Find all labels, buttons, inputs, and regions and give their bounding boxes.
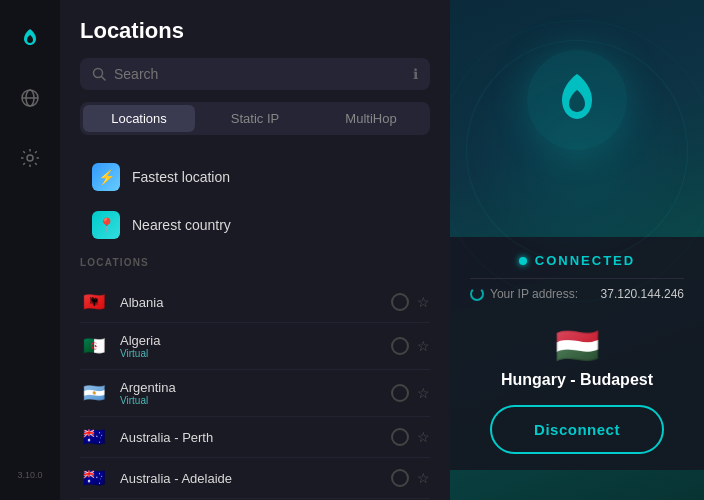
- ip-label: Your IP address:: [470, 287, 578, 301]
- fastest-location-item[interactable]: ⚡ Fastest location: [80, 153, 430, 201]
- location-name: Albania: [120, 295, 379, 310]
- connected-card: CONNECTED Your IP address: 37.120.144.24…: [450, 237, 704, 470]
- surfshark-logo-svg: [552, 70, 602, 130]
- disconnect-button[interactable]: Disconnect: [490, 405, 664, 454]
- search-input[interactable]: [114, 66, 413, 82]
- favorite-star[interactable]: ☆: [417, 470, 430, 486]
- svg-line-5: [102, 77, 106, 81]
- quick-connect-section: ⚡ Fastest location 📍 Nearest country: [60, 145, 450, 257]
- nearest-country-label: Nearest country: [132, 217, 231, 233]
- select-radio[interactable]: [391, 337, 409, 355]
- location-name: Australia - Adelaide: [120, 471, 379, 486]
- logo-circle: [527, 50, 627, 150]
- left-panel: Locations ℹ Locations Static IP MultiHop…: [60, 0, 450, 500]
- location-list: 🇦🇱 Albania ☆ 🇩🇿 Algeria Virtual ☆ 🇦🇷: [60, 282, 450, 500]
- location-tag: Virtual: [120, 395, 379, 406]
- app-version: 3.10.0: [17, 470, 42, 480]
- favorite-star[interactable]: ☆: [417, 385, 430, 401]
- list-item[interactable]: 🇩🇿 Algeria Virtual ☆: [80, 323, 430, 370]
- location-name: Australia - Perth: [120, 430, 379, 445]
- australia-adelaide-flag: 🇦🇺: [80, 468, 108, 488]
- list-item[interactable]: 🇦🇷 Argentina Virtual ☆: [80, 370, 430, 417]
- australia-perth-flag: 🇦🇺: [80, 427, 108, 447]
- info-icon[interactable]: ℹ: [413, 66, 418, 82]
- page-title: Locations: [80, 18, 430, 44]
- sidebar-icon-settings[interactable]: [12, 140, 48, 176]
- search-bar: ℹ: [80, 58, 430, 90]
- select-radio[interactable]: [391, 384, 409, 402]
- tab-multihop[interactable]: MultiHop: [315, 105, 427, 132]
- favorite-star[interactable]: ☆: [417, 338, 430, 354]
- location-tag: Virtual: [120, 348, 379, 359]
- tabs-bar: Locations Static IP MultiHop: [80, 102, 430, 135]
- svg-point-3: [27, 155, 33, 161]
- fastest-location-icon: ⚡: [92, 163, 120, 191]
- fastest-location-label: Fastest location: [132, 169, 230, 185]
- argentina-flag: 🇦🇷: [80, 383, 108, 403]
- location-name: Argentina: [120, 380, 379, 395]
- favorite-star[interactable]: ☆: [417, 429, 430, 445]
- list-item[interactable]: 🇦🇱 Albania ☆: [80, 282, 430, 323]
- select-radio[interactable]: [391, 428, 409, 446]
- list-item[interactable]: 🇦🇺 Australia - Adelaide ☆: [80, 458, 430, 499]
- ip-row: Your IP address: 37.120.144.246: [470, 278, 684, 309]
- select-radio[interactable]: [391, 469, 409, 487]
- sidebar-icon-surfshark[interactable]: [12, 20, 48, 56]
- albania-flag: 🇦🇱: [80, 292, 108, 312]
- refresh-icon[interactable]: [470, 287, 484, 301]
- tab-static-ip[interactable]: Static IP: [199, 105, 311, 132]
- favorite-star[interactable]: ☆: [417, 294, 430, 310]
- tab-locations[interactable]: Locations: [83, 105, 195, 132]
- sidebar-icon-globe[interactable]: [12, 80, 48, 116]
- nearest-country-item[interactable]: 📍 Nearest country: [80, 201, 430, 249]
- connection-status: CONNECTED: [470, 253, 684, 268]
- search-icon: [92, 67, 106, 81]
- connected-location: 🇭🇺 Hungary - Budapest: [470, 309, 684, 405]
- nearest-country-icon: 📍: [92, 211, 120, 239]
- locations-section-header: LOCATIONS: [60, 257, 450, 282]
- select-radio[interactable]: [391, 293, 409, 311]
- locations-section-label: LOCATIONS: [80, 257, 430, 268]
- list-item[interactable]: 🇦🇺 Australia - Perth ☆: [80, 417, 430, 458]
- algeria-flag: 🇩🇿: [80, 336, 108, 356]
- location-name: Algeria: [120, 333, 379, 348]
- ip-value: 37.120.144.246: [601, 287, 684, 301]
- panel-header: Locations ℹ Locations Static IP MultiHop: [60, 0, 450, 145]
- country-name: Hungary - Budapest: [490, 371, 664, 389]
- country-flag-large: 🇭🇺: [490, 325, 664, 367]
- right-panel: CONNECTED Your IP address: 37.120.144.24…: [450, 0, 704, 500]
- sidebar: 3.10.0: [0, 0, 60, 500]
